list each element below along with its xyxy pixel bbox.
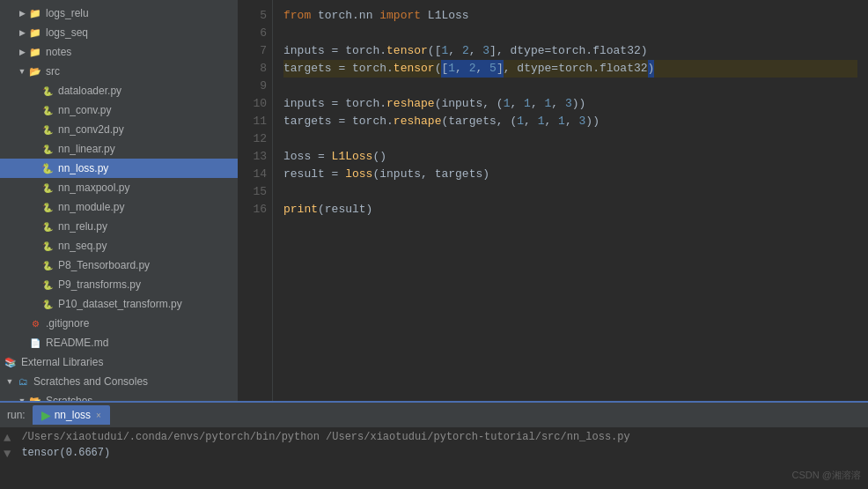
sidebar-item-label: nn_maxpool.py [58,182,129,194]
sidebar-item-dataloader[interactable]: 🐍 dataloader.py [0,81,238,100]
sidebar-item-label: README.md [46,337,108,349]
folder-open-icon: 📂 [28,64,42,78]
code-line-14: result = loss(inputs, targets) [283,166,857,183]
arrow-icon: ▼ [4,377,16,386]
code-line-11: targets = torch.reshape(targets, (1, 1, … [283,113,857,130]
play-icon: ▶ [41,408,51,422]
arrow-icon: ▶ [16,28,28,37]
sidebar-item-nn-loss[interactable]: 🐍 nn_loss.py [0,159,238,178]
run-label: run: [7,409,26,421]
py-icon: 🐍 [40,103,55,117]
sidebar-item-logs-relu[interactable]: ▶ 📁 logs_relu [0,4,238,23]
py-icon: 🐍 [40,258,55,272]
code-line-9 [283,78,857,95]
sidebar-item-label: nn_module.py [58,201,124,213]
sidebar-item-label: src [46,65,60,78]
sidebar-item-label: External Libraries [21,356,103,368]
sidebar-item-label: P10_dataset_transform.py [58,298,182,310]
py-icon: 🐍 [40,297,55,311]
folder-open-icon: 📂 [28,394,42,401]
terminal-row: ▲ ▼ /Users/xiaotudui/.conda/envs/pytorch… [0,427,868,464]
code-line-5: from torch.nn import L1Loss [283,7,857,25]
arrow-icon: ▶ [16,48,28,56]
sidebar-item-nn-conv[interactable]: 🐍 nn_conv.py [0,100,238,120]
sidebar-item-label: dataloader.py [58,85,121,97]
sidebar-item-label: nn_seq.py [58,240,107,252]
code-line-7: inputs = torch.tensor([1, 2, 3], dtype=t… [283,42,857,60]
sidebar-item-label: logs_relu [46,7,89,19]
terminal-output: tensor(0.6667) [21,447,861,459]
code-line-6 [283,25,857,42]
sidebar-item-nn-conv2d[interactable]: 🐍 nn_conv2d.py [0,120,238,139]
sidebar-item-label: P8_Tensorboard.py [58,259,150,271]
sidebar-item-label: .gitignore [46,317,89,330]
code-container: 5 6 7 8 9 10 11 12 13 14 15 16 from torc… [238,0,868,401]
line-numbers: 5 6 7 8 9 10 11 12 13 14 15 16 [238,0,273,401]
sidebar-item-external-libraries[interactable]: 📚 External Libraries [0,352,238,372]
sidebar-item-label: P9_transforms.py [58,278,141,291]
arrow-icon: ▼ [16,67,28,76]
close-icon[interactable]: × [96,411,101,420]
sidebar-item-nn-relu[interactable]: 🐍 nn_relu.py [0,217,238,236]
sidebar-item-label: logs_seq [46,26,88,39]
run-tab-bar: run: ▶ nn_loss × [0,403,868,427]
run-tab-nn-loss[interactable]: ▶ nn_loss × [33,405,110,425]
sidebar-item-nn-module[interactable]: 🐍 nn_module.py [0,197,238,217]
sidebar-item-src[interactable]: ▼ 📂 src [0,62,238,81]
py-icon: 🐍 [40,142,55,156]
py-icon: 🐍 [40,181,55,195]
code-line-8: targets = torch.tensor([1, 2, 5], dtype=… [283,60,857,78]
py-icon: 🐍 [40,239,55,253]
code-line-12 [283,130,857,148]
folder-icon: 📁 [28,26,42,40]
folder-icon: 📁 [28,6,42,20]
code-line-13: loss = L1Loss() [283,148,857,166]
terminal-command: /Users/xiaotudui/.conda/envs/pytorch/bin… [21,431,861,443]
sidebar-item-label: nn_relu.py [58,220,107,233]
md-icon: 📄 [28,336,42,350]
run-tab-label: nn_loss [55,409,91,421]
code-editor[interactable]: from torch.nn import L1Loss inputs = tor… [273,0,868,401]
code-line-10: inputs = torch.reshape(inputs, (1, 1, 1,… [283,95,857,113]
git-icon: ⚙ [28,316,42,330]
py-icon: 🐍 [40,219,55,233]
sidebar-item-gitignore[interactable]: ⚙ .gitignore [0,314,238,333]
library-icon: 📚 [4,355,18,369]
sidebar-item-logs-seq[interactable]: ▶ 📁 logs_seq [0,23,238,42]
py-icon: 🐍 [40,278,55,292]
scroll-up-icon[interactable]: ▲ [4,431,11,445]
sidebar-item-p9[interactable]: 🐍 P9_transforms.py [0,275,238,294]
sidebar-item-nn-maxpool[interactable]: 🐍 nn_maxpool.py [0,178,238,197]
bottom-panel: run: ▶ nn_loss × ▲ ▼ /Users/xiaotudui/.c… [0,401,868,489]
scratch-folder-icon: 🗂 [16,374,30,389]
sidebar-item-label: Scratches and Consoles [33,375,148,388]
sidebar-item-scratches-and-consoles[interactable]: ▼ 🗂 Scratches and Consoles [0,372,238,391]
folder-icon: 📁 [28,45,42,59]
sidebar-item-label: Scratches [46,395,92,401]
sidebar-item-label: nn_conv2d.py [58,123,124,136]
sidebar-item-label: nn_conv.py [58,104,112,116]
sidebar-item-p10[interactable]: 🐍 P10_dataset_transform.py [0,294,238,314]
sidebar-item-nn-seq[interactable]: 🐍 nn_seq.py [0,236,238,256]
sidebar-item-notes[interactable]: ▶ 📁 notes [0,42,238,62]
code-line-16: print(result) [283,201,857,219]
sidebar: ▶ 📁 logs_relu ▶ 📁 logs_seq ▶ 📁 notes ▼ 📂… [0,0,238,401]
sidebar-item-label: nn_linear.py [58,143,115,155]
terminal-content: /Users/xiaotudui/.conda/envs/pytorch/bin… [14,427,868,463]
sidebar-item-scratches[interactable]: ▼ 📂 Scratches [0,391,238,401]
sidebar-item-label: notes [46,46,71,58]
sidebar-item-readme[interactable]: 📄 README.md [0,333,238,352]
watermark: CSDN @湘溶溶 [792,469,861,482]
py-icon: 🐍 [40,122,55,137]
sidebar-item-nn-linear[interactable]: 🐍 nn_linear.py [0,139,238,159]
sidebar-item-label: nn_loss.py [58,162,108,174]
scroll-down-icon[interactable]: ▼ [4,447,11,461]
py-icon: 🐍 [40,161,55,175]
sidebar-item-p8[interactable]: 🐍 P8_Tensorboard.py [0,256,238,275]
arrow-icon: ▶ [16,9,28,18]
py-icon: 🐍 [40,200,55,214]
code-line-15 [283,183,857,201]
py-icon: 🐍 [40,84,55,98]
editor-area: 5 6 7 8 9 10 11 12 13 14 15 16 from torc… [238,0,868,401]
